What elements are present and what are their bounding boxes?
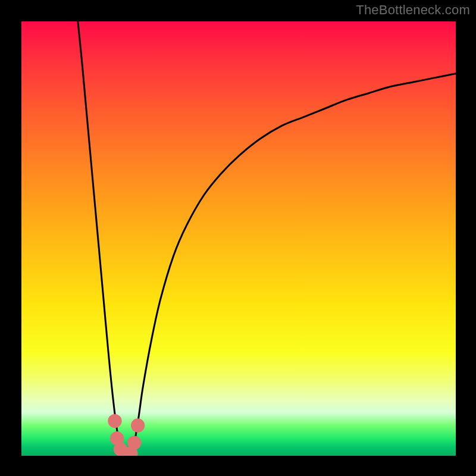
minimum-marker <box>127 436 141 449</box>
minimum-marker <box>108 414 121 428</box>
right-curve <box>130 74 456 456</box>
minimum-marker <box>131 418 145 432</box>
plot-area <box>21 21 456 456</box>
chart-frame: TheBottleneck.com <box>0 0 476 476</box>
minimum-markers <box>108 414 145 456</box>
attribution-text: TheBottleneck.com <box>356 2 470 18</box>
left-curve <box>78 21 126 456</box>
curve-layer <box>21 21 456 456</box>
